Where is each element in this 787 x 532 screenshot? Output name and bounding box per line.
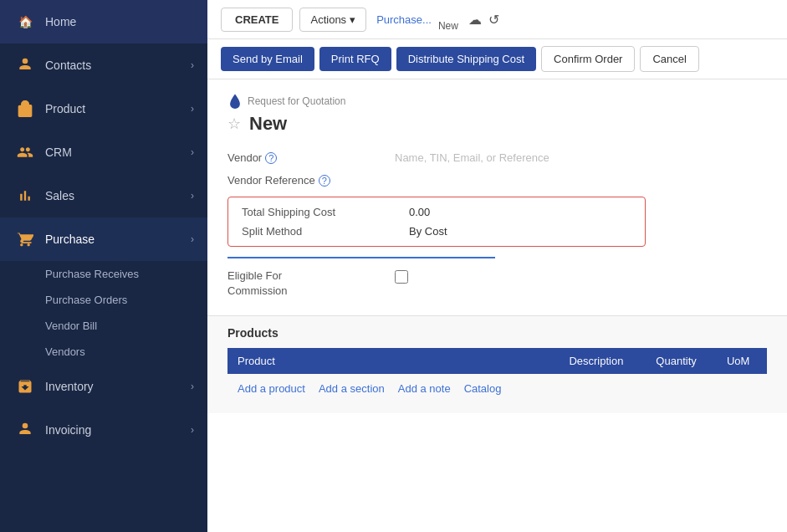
total-shipping-label: Total Shipping Cost xyxy=(242,206,409,218)
sidebar-item-vendor-bill[interactable]: Vendor Bill xyxy=(0,313,207,339)
eligible-commission-checkbox[interactable] xyxy=(395,270,408,284)
table-add-row: Add a product Add a section Add a note C… xyxy=(227,374,767,403)
contacts-icon xyxy=(13,54,37,77)
inventory-icon xyxy=(13,375,37,398)
sidebar-item-purchase-orders[interactable]: Purchase Orders xyxy=(0,287,207,313)
cancel-button[interactable]: Cancel xyxy=(640,46,698,72)
topbar: CREATE Actions ▾ Purchase... New ☁ ↺ xyxy=(207,0,787,39)
main-content: CREATE Actions ▾ Purchase... New ☁ ↺ Sen… xyxy=(207,0,787,532)
eligible-commission-row: Eligible For Commission xyxy=(227,269,767,299)
chevron-right-icon: › xyxy=(191,424,194,436)
products-title: Products xyxy=(227,326,767,340)
vendor-help-icon[interactable]: ? xyxy=(265,152,277,164)
blue-divider xyxy=(227,257,495,258)
purchase-icon xyxy=(13,228,37,251)
total-shipping-row: Total Shipping Cost 0.00 xyxy=(242,206,631,218)
chevron-right-icon: › xyxy=(191,233,194,245)
add-section-link[interactable]: Add a section xyxy=(319,382,385,395)
form-title: New xyxy=(249,113,287,135)
sidebar-item-home[interactable]: 🏠 Home xyxy=(0,0,207,43)
sidebar-item-label: CRM xyxy=(45,146,72,159)
chevron-right-icon: › xyxy=(191,59,194,71)
col-description: Description xyxy=(559,348,646,374)
col-uom: UoM xyxy=(717,348,767,374)
sidebar-item-crm[interactable]: CRM › xyxy=(0,130,207,174)
sidebar-item-label: Inventory xyxy=(45,380,94,393)
add-product-link[interactable]: Add a product xyxy=(238,382,305,395)
sidebar-item-vendors[interactable]: Vendors xyxy=(0,339,207,365)
sidebar-item-inventory[interactable]: Inventory › xyxy=(0,365,207,408)
table-header-row: Product Description Quantity UoM xyxy=(227,348,767,374)
send-by-email-button[interactable]: Send by Email xyxy=(221,47,314,71)
sidebar-item-sales[interactable]: Sales › xyxy=(0,174,207,217)
form-label-top: Request for Quotation xyxy=(248,95,345,107)
chevron-right-icon: › xyxy=(191,146,194,158)
sidebar-item-invoicing[interactable]: Invoicing › xyxy=(0,408,207,452)
home-icon: 🏠 xyxy=(13,10,37,33)
breadcrumb-new: New xyxy=(438,7,458,32)
shipping-box: Total Shipping Cost 0.00 Split Method By… xyxy=(227,197,646,247)
sidebar-item-label: Contacts xyxy=(45,59,91,72)
products-section: Products Product Description Quantity Uo… xyxy=(207,315,787,413)
sidebar-item-product[interactable]: Product › xyxy=(0,87,207,130)
water-drop-icon xyxy=(227,93,243,111)
sidebar-item-label: Sales xyxy=(45,189,74,202)
product-icon xyxy=(13,97,37,120)
chevron-down-icon: ▾ xyxy=(350,13,355,26)
breadcrumb: Purchase... New xyxy=(376,7,458,32)
vendor-reference-row: Vendor Reference ? xyxy=(227,174,767,187)
sidebar-item-label: Home xyxy=(45,15,76,28)
topbar-actions: ☁ ↺ xyxy=(468,12,499,28)
sidebar-item-label: Product xyxy=(45,102,85,115)
form-area: Request for Quotation ☆ New Vendor ? Nam… xyxy=(207,79,787,532)
vendor-row: Vendor ? Name, TIN, Email, or Reference xyxy=(227,151,767,164)
col-product: Product xyxy=(227,348,559,374)
sidebar-item-label: Invoicing xyxy=(45,423,91,437)
distribute-shipping-button[interactable]: Distribute Shipping Cost xyxy=(396,47,536,71)
sidebar-item-contacts[interactable]: Contacts › xyxy=(0,43,207,87)
chevron-right-icon: › xyxy=(191,381,194,392)
action-bar: Send by Email Print RFQ Distribute Shipp… xyxy=(207,39,787,79)
breadcrumb-purchase[interactable]: Purchase... xyxy=(376,13,432,26)
create-button[interactable]: CREATE xyxy=(221,8,293,32)
col-quantity: Quantity xyxy=(646,348,717,374)
vendor-label: Vendor ? xyxy=(227,151,395,164)
split-method-row: Split Method By Cost xyxy=(242,225,631,238)
upload-icon[interactable]: ☁ xyxy=(468,12,482,28)
products-table: Product Description Quantity UoM Add a p… xyxy=(227,348,767,403)
print-rfq-button[interactable]: Print RFQ xyxy=(319,47,391,71)
split-method-label: Split Method xyxy=(242,225,409,238)
vendor-reference-help-icon[interactable]: ? xyxy=(319,175,330,187)
sales-icon xyxy=(13,184,37,207)
actions-button[interactable]: Actions ▾ xyxy=(299,8,366,32)
catalog-link[interactable]: Catalog xyxy=(464,382,502,395)
sidebar-item-label: Purchase xyxy=(45,233,95,246)
add-note-link[interactable]: Add a note xyxy=(398,382,451,395)
confirm-order-button[interactable]: Confirm Order xyxy=(541,46,635,72)
crm-icon xyxy=(13,141,37,164)
chevron-right-icon: › xyxy=(191,190,194,202)
sidebar-item-purchase[interactable]: Purchase › xyxy=(0,217,207,261)
split-method-value[interactable]: By Cost xyxy=(409,225,447,238)
undo-icon[interactable]: ↺ xyxy=(488,12,499,28)
vendor-reference-label: Vendor Reference ? xyxy=(227,174,395,187)
sidebar: 🏠 Home Contacts › Product › CRM › Sales … xyxy=(0,0,207,532)
chevron-right-icon: › xyxy=(191,103,194,115)
vendor-placeholder[interactable]: Name, TIN, Email, or Reference xyxy=(395,151,549,164)
form-title-row: ☆ New xyxy=(227,113,767,135)
eligible-commission-label: Eligible For Commission xyxy=(227,269,395,299)
star-icon[interactable]: ☆ xyxy=(227,115,241,133)
total-shipping-value[interactable]: 0.00 xyxy=(409,206,430,218)
invoicing-icon xyxy=(13,418,37,442)
purchase-sub-menu: Purchase Receives Purchase Orders Vendor… xyxy=(0,261,207,365)
sidebar-item-purchase-receives[interactable]: Purchase Receives xyxy=(0,261,207,287)
